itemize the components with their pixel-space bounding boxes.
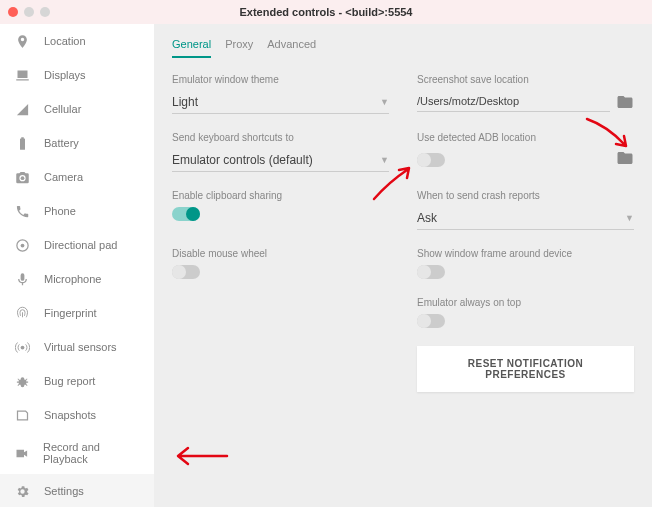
mouse-label: Disable mouse wheel	[172, 248, 389, 259]
sidebar-item-label: Fingerprint	[44, 307, 97, 319]
sidebar-item-microphone[interactable]: Microphone	[0, 262, 154, 296]
ontop-label: Emulator always on top	[417, 297, 634, 308]
sidebar-item-label: Settings	[44, 485, 84, 497]
sensors-icon	[14, 339, 30, 355]
ontop-toggle[interactable]	[417, 314, 445, 328]
annotation-arrow-icon	[172, 444, 232, 471]
sidebar-item-label: Cellular	[44, 103, 81, 115]
sidebar-item-record-and-playback[interactable]: Record and Playback	[0, 432, 154, 474]
clipboard-field: Enable clipboard sharing	[172, 190, 389, 230]
screenshot-path[interactable]: /Users/motz/Desktop	[417, 91, 610, 112]
phone-icon	[14, 203, 30, 219]
tab-proxy[interactable]: Proxy	[225, 34, 253, 58]
close-button[interactable]	[8, 7, 18, 17]
chevron-down-icon: ▼	[625, 213, 634, 223]
mouse-field: Disable mouse wheel	[172, 248, 389, 279]
crash-field: When to send crash reports Ask ▼	[417, 190, 634, 230]
sidebar-item-phone[interactable]: Phone	[0, 194, 154, 228]
sidebar-item-label: Bug report	[44, 375, 95, 387]
crash-select[interactable]: Ask ▼	[417, 207, 634, 230]
clipboard-toggle[interactable]	[172, 207, 200, 221]
clipboard-label: Enable clipboard sharing	[172, 190, 389, 201]
sidebar-item-battery[interactable]: Battery	[0, 126, 154, 160]
settings-panel: GeneralProxyAdvanced Emulator window the…	[154, 24, 652, 507]
adb-label: Use detected ADB location	[417, 132, 634, 143]
sidebar-item-label: Camera	[44, 171, 83, 183]
theme-select[interactable]: Light ▼	[172, 91, 389, 114]
chevron-down-icon: ▼	[380, 155, 389, 165]
camera-icon	[14, 169, 30, 185]
sidebar-item-displays[interactable]: Displays	[0, 58, 154, 92]
shortcuts-value: Emulator controls (default)	[172, 153, 313, 167]
window-title: Extended controls - <build>:5554	[0, 6, 652, 18]
sidebar-item-settings[interactable]: Settings	[0, 474, 154, 507]
minimize-button[interactable]	[24, 7, 34, 17]
titlebar: Extended controls - <build>:5554	[0, 0, 652, 24]
sidebar-item-snapshots[interactable]: Snapshots	[0, 398, 154, 432]
chevron-down-icon: ▼	[380, 97, 389, 107]
bug-icon	[14, 373, 30, 389]
folder-icon[interactable]	[616, 93, 634, 111]
sidebar-item-label: Battery	[44, 137, 79, 149]
crash-value: Ask	[417, 211, 437, 225]
sidebar-item-location[interactable]: Location	[0, 24, 154, 58]
battery-icon	[14, 135, 30, 151]
shortcuts-label: Send keyboard shortcuts to	[172, 132, 389, 143]
adb-field: Use detected ADB location	[417, 132, 634, 172]
sidebar-item-bug-report[interactable]: Bug report	[0, 364, 154, 398]
sidebar-item-directional-pad[interactable]: Directional pad	[0, 228, 154, 262]
ontop-field: Emulator always on top	[417, 297, 634, 328]
shortcuts-field: Send keyboard shortcuts to Emulator cont…	[172, 132, 389, 172]
record-icon	[14, 445, 29, 461]
snapshots-icon	[14, 407, 30, 423]
sidebar-item-label: Phone	[44, 205, 76, 217]
tab-general[interactable]: General	[172, 34, 211, 58]
frame-label: Show window frame around device	[417, 248, 634, 259]
adb-toggle[interactable]	[417, 153, 445, 167]
sidebar-item-label: Directional pad	[44, 239, 117, 251]
mouse-toggle[interactable]	[172, 265, 200, 279]
sidebar-item-label: Snapshots	[44, 409, 96, 421]
sidebar-item-label: Virtual sensors	[44, 341, 117, 353]
screenshot-field: Screenshot save location /Users/motz/Des…	[417, 74, 634, 114]
sidebar-item-camera[interactable]: Camera	[0, 160, 154, 194]
dpad-icon	[14, 237, 30, 253]
theme-field: Emulator window theme Light ▼	[172, 74, 389, 114]
screenshot-label: Screenshot save location	[417, 74, 634, 85]
crash-label: When to send crash reports	[417, 190, 634, 201]
location-icon	[14, 33, 30, 49]
sidebar-item-label: Displays	[44, 69, 86, 81]
theme-value: Light	[172, 95, 198, 109]
settings-icon	[14, 483, 30, 499]
sidebar-item-label: Location	[44, 35, 86, 47]
fingerprint-icon	[14, 305, 30, 321]
sidebar-item-virtual-sensors[interactable]: Virtual sensors	[0, 330, 154, 364]
cellular-icon	[14, 101, 30, 117]
folder-icon[interactable]	[616, 149, 634, 167]
sidebar-item-fingerprint[interactable]: Fingerprint	[0, 296, 154, 330]
tabs: GeneralProxyAdvanced	[172, 34, 634, 58]
frame-toggle[interactable]	[417, 265, 445, 279]
frame-field: Show window frame around device	[417, 248, 634, 279]
maximize-button[interactable]	[40, 7, 50, 17]
sidebar: LocationDisplaysCellularBatteryCameraPho…	[0, 24, 154, 507]
sidebar-item-cellular[interactable]: Cellular	[0, 92, 154, 126]
displays-icon	[14, 67, 30, 83]
theme-label: Emulator window theme	[172, 74, 389, 85]
sidebar-item-label: Record and Playback	[43, 441, 140, 465]
reset-button[interactable]: RESET NOTIFICATION PREFERENCES	[417, 346, 634, 392]
sidebar-item-label: Microphone	[44, 273, 101, 285]
shortcuts-select[interactable]: Emulator controls (default) ▼	[172, 149, 389, 172]
mic-icon	[14, 271, 30, 287]
tab-advanced[interactable]: Advanced	[267, 34, 316, 58]
